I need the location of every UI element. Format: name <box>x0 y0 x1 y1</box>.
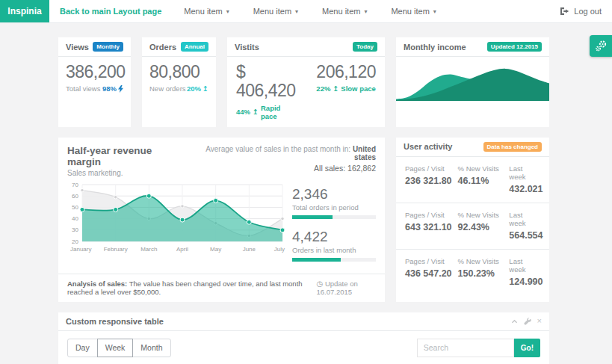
orders-value: 80,800 <box>149 63 208 81</box>
visits-value-1: $ 406,420 <box>236 63 298 101</box>
panel-subtitle: Sales marketing. <box>67 169 186 177</box>
go-button[interactable]: Go! <box>514 339 540 357</box>
page-content: Views Monthly 386,200 Total views 98% Or… <box>58 37 549 364</box>
visits-stat-block-2: 206,120 22% ↥ Slow pace <box>316 63 376 120</box>
views-stat: 98% <box>102 84 123 93</box>
level-up-icon: ↥ <box>333 84 339 93</box>
table-controls: Day Week Month Go! <box>67 339 540 357</box>
card-title: Monthly income <box>404 43 466 52</box>
responsive-table-panel: Custom responsive table × Day Week <box>58 312 549 364</box>
panel-title: Custom responsive table <box>66 317 164 326</box>
progress-bar <box>292 215 376 219</box>
menu-item-label: Menu item <box>253 7 291 16</box>
views-card-body: 386,200 Total views 98% <box>58 57 131 99</box>
views-card-header: Views Monthly <box>58 37 131 57</box>
orders-card-header: Orders Annual <box>142 37 216 57</box>
user-activity-row: Pages / Visit436 547.20 % New Visits150.… <box>396 250 549 295</box>
monthly-income-card: Monthly income Updated 12.2015 <box>396 37 549 127</box>
logout-label: Log out <box>574 7 602 16</box>
visits-card-header: Vistits Today <box>227 37 385 57</box>
status-badge: Data has changed <box>483 142 542 152</box>
views-label: Total views <box>66 84 100 93</box>
settings-button[interactable] <box>524 318 531 325</box>
user-activity-panel: User activity Data has changed Pages / V… <box>396 138 549 302</box>
orders-stat: 20% ↥ <box>187 84 208 93</box>
panel-title: Half-year revenue margin <box>67 145 186 167</box>
user-activity-header: User activity Data has changed <box>396 138 549 157</box>
visits-stat-2: 22% ↥ Slow pace <box>316 84 376 93</box>
views-card: Views Monthly 386,200 Total views 98% <box>58 37 131 127</box>
chevron-down-icon: ▾ <box>226 8 229 15</box>
revenue-footer: Analysis of sales: The value has been ch… <box>58 274 385 302</box>
menu-item-label: Menu item <box>184 7 222 16</box>
bolt-icon <box>118 85 123 93</box>
revenue-side-stats: 2,346 Total orders in period 4,422 Order… <box>286 180 376 271</box>
top-navbar: Inspinia Back to main Layout page Menu i… <box>0 0 612 23</box>
menu-item-label: Menu item <box>391 7 429 16</box>
tab-day[interactable]: Day <box>67 339 98 357</box>
svg-text:40: 40 <box>72 215 78 222</box>
card-title: Views <box>66 43 89 52</box>
orders-card: Orders Annual 80,800 New orders 20% ↥ <box>142 37 216 127</box>
svg-text:30: 30 <box>72 226 78 233</box>
user-activity-row: Pages / Visit643 321.10 % New Visits92.4… <box>396 203 549 250</box>
svg-text:May: May <box>210 246 221 253</box>
svg-text:July: July <box>274 246 285 253</box>
tab-month[interactable]: Month <box>132 339 170 357</box>
svg-text:June: June <box>243 246 256 253</box>
menu-item-1[interactable]: Menu item ▾ <box>172 0 241 22</box>
logout-button[interactable]: Log out <box>560 0 612 22</box>
svg-text:January: January <box>70 246 91 253</box>
brand-logo[interactable]: Inspinia <box>0 0 49 22</box>
status-badge: Annual <box>181 42 208 52</box>
monthly-income-area-chart <box>396 57 549 101</box>
progress-bar <box>292 258 376 262</box>
orders-last-month-label: Orders in last month <box>292 246 376 254</box>
menu-item-label: Menu item <box>322 7 360 16</box>
search-input[interactable] <box>417 339 514 357</box>
sign-out-icon <box>560 7 569 16</box>
close-button[interactable]: × <box>537 317 542 325</box>
menu-item-3[interactable]: Menu item ▾ <box>310 0 379 22</box>
svg-text:60: 60 <box>72 192 78 199</box>
panel-tools: × <box>511 317 542 325</box>
clock-icon: ◷ <box>317 280 324 288</box>
update-info: ◷ Update on 16.07.2015 <box>317 280 376 296</box>
orders-in-period-value: 2,346 <box>292 186 376 203</box>
theme-config-button[interactable] <box>590 35 612 57</box>
menu-item-2[interactable]: Menu item ▾ <box>241 0 310 22</box>
svg-text:50: 50 <box>72 203 78 210</box>
orders-in-period-label: Total orders in period <box>292 203 376 212</box>
svg-text:February: February <box>104 246 128 253</box>
panel-title: User activity <box>404 142 452 151</box>
middle-row: Half-year revenue margin Sales marketing… <box>58 138 549 302</box>
revenue-chart-wrap: 203040506070JanuaryFebruaryMarchAprilMay… <box>67 180 286 271</box>
orders-last-month-value: 4,422 <box>292 229 376 245</box>
menu-item-4[interactable]: Menu item ▾ <box>379 0 448 22</box>
period-button-group: Day Week Month <box>67 339 171 357</box>
visits-stat-block-1: $ 406,420 44% ↥ Rapid pace <box>236 63 298 120</box>
revenue-body: 203040506070JanuaryFebruaryMarchAprilMay… <box>58 179 385 271</box>
revenue-header: Half-year revenue margin Sales marketing… <box>58 138 385 179</box>
chevron-down-icon: ▾ <box>364 8 367 15</box>
gears-icon <box>595 40 608 52</box>
bottom-row: Custom responsive table × Day Week <box>58 312 549 364</box>
card-title: Orders <box>149 43 176 52</box>
level-up-icon: ↥ <box>253 108 259 116</box>
revenue-notes: Average value of sales in the past month… <box>186 145 376 177</box>
back-to-layout-link[interactable]: Back to main Layout page <box>49 0 172 22</box>
monthly-income-header: Monthly income Updated 12.2015 <box>396 37 549 57</box>
revenue-panel: Half-year revenue margin Sales marketing… <box>58 138 385 302</box>
visits-card: Vistits Today $ 406,420 44% ↥ Rapid pace… <box>227 37 385 127</box>
status-badge: Monthly <box>93 42 123 52</box>
tab-week[interactable]: Week <box>97 339 134 357</box>
user-activity-row: Pages / Visit236 321.80 % New Visits46.1… <box>396 157 549 203</box>
views-value: 386,200 <box>66 63 123 81</box>
status-badge: Updated 12.2015 <box>487 42 542 52</box>
card-title: Vistits <box>235 43 259 52</box>
table-panel-body: Day Week Month Go! # Project Name <box>58 331 549 364</box>
orders-label: New orders <box>149 84 186 93</box>
collapse-button[interactable] <box>511 318 518 324</box>
svg-text:20: 20 <box>72 238 78 244</box>
level-up-icon: ↥ <box>203 84 208 93</box>
